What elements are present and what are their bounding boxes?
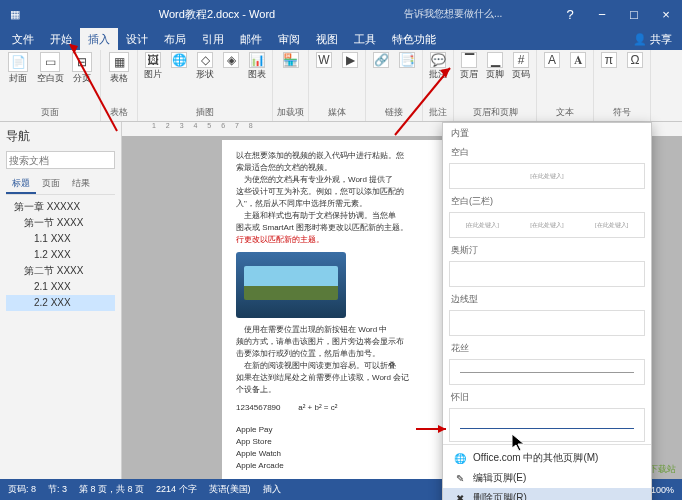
edit-icon: ✎	[453, 473, 467, 484]
footer-thumb-blank3[interactable]: [在此处键入][在此处键入][在此处键入]	[449, 212, 645, 238]
nav-item[interactable]: 第二节 XXXX	[6, 263, 115, 279]
window-title: Word教程2.docx - Word	[30, 7, 404, 22]
tab-references[interactable]: 引用	[194, 28, 232, 50]
gallery-label-ribbon: 怀旧	[443, 387, 651, 406]
ribbon-group-symbols: 符号	[613, 106, 631, 119]
document-image[interactable]	[236, 252, 346, 318]
window-close[interactable]: ×	[650, 7, 682, 22]
share-button[interactable]: 👤 共享	[623, 32, 682, 47]
gallery-section-builtin: 内置	[443, 123, 651, 142]
status-insert: 插入	[263, 483, 281, 496]
tell-me-search[interactable]: 告诉我您想要做什么...	[404, 7, 554, 21]
nav-tab-results[interactable]: 结果	[66, 175, 96, 194]
delete-icon: ✖	[453, 493, 467, 501]
window-minimize[interactable]: −	[586, 7, 618, 22]
gallery-label-blank3: 空白(三栏)	[443, 191, 651, 210]
status-section: 节: 3	[48, 483, 67, 496]
nav-tab-pages[interactable]: 页面	[36, 175, 66, 194]
table-button[interactable]: ▦表格	[105, 52, 133, 85]
tab-design[interactable]: 设计	[118, 28, 156, 50]
footer-thumb-edge[interactable]	[449, 310, 645, 336]
status-language[interactable]: 英语(美国)	[209, 483, 251, 496]
footer-thumb-austin[interactable]	[449, 261, 645, 287]
tab-insert[interactable]: 插入	[80, 28, 118, 50]
ribbon-group-links: 链接	[385, 106, 403, 119]
ribbon-group-tables: 表格	[110, 106, 128, 119]
gallery-label-flower: 花丝	[443, 338, 651, 357]
bookmark-button[interactable]: 📑	[396, 52, 418, 68]
chart-button[interactable]: 📊图表	[246, 52, 268, 81]
wordart-button[interactable]: 𝐀	[567, 52, 589, 68]
comment-button[interactable]: 💬批注	[427, 52, 449, 81]
zoom-level[interactable]: 100%	[651, 485, 674, 495]
page-number-button[interactable]: #页码	[510, 52, 532, 81]
tab-mailings[interactable]: 邮件	[232, 28, 270, 50]
shapes-button[interactable]: ◇形状	[194, 52, 216, 81]
ribbon-group-media: 媒体	[328, 106, 346, 119]
blank-page-button[interactable]: ▭空白页	[36, 52, 64, 85]
status-words[interactable]: 2214 个字	[156, 483, 197, 496]
tab-layout[interactable]: 布局	[156, 28, 194, 50]
tab-review[interactable]: 审阅	[270, 28, 308, 50]
nav-search-input[interactable]	[6, 151, 115, 169]
nav-tree: 第一章 XXXXX 第一节 XXXX 1.1 XXX 1.2 XXX 第二节 X…	[6, 199, 115, 311]
nav-item[interactable]: 1.2 XXX	[6, 247, 115, 263]
window-maximize[interactable]: □	[618, 7, 650, 22]
tab-view[interactable]: 视图	[308, 28, 346, 50]
ribbon-group-pages: 页面	[41, 106, 59, 119]
nav-item[interactable]: 第一节 XXXX	[6, 215, 115, 231]
online-pictures-button[interactable]: 🌐	[168, 52, 190, 68]
tab-tools[interactable]: 工具	[346, 28, 384, 50]
svg-marker-6	[512, 434, 524, 451]
ribbon-group-text: 文本	[556, 106, 574, 119]
more-footers-office[interactable]: 🌐Office.com 中的其他页脚(M)	[443, 448, 651, 468]
footer-thumb-flower[interactable]	[449, 359, 645, 385]
store-button[interactable]: 🏪	[280, 52, 302, 68]
window-help-icon[interactable]: ?	[554, 7, 586, 22]
footer-thumb-blank[interactable]: [在此处键入]	[449, 163, 645, 189]
gallery-label-blank: 空白	[443, 142, 651, 161]
nav-title: 导航	[6, 128, 115, 145]
footer-button[interactable]: ▁页脚	[484, 52, 506, 81]
ribbon-group-addins: 加载项	[277, 106, 304, 119]
remove-footer-menuitem[interactable]: ✖删除页脚(R)	[443, 488, 651, 500]
tab-special[interactable]: 特色功能	[384, 28, 444, 50]
online-video-button[interactable]: ▶	[339, 52, 361, 68]
ribbon-group-headerfooter: 页眉和页脚	[473, 106, 518, 119]
header-button[interactable]: ▔页眉	[458, 52, 480, 81]
textbox-button[interactable]: A	[541, 52, 563, 68]
nav-item-selected[interactable]: 2.2 XXX	[6, 295, 115, 311]
gallery-label-austin: 奥斯汀	[443, 240, 651, 259]
symbol-button[interactable]: Ω	[624, 52, 646, 68]
nav-item[interactable]: 第一章 XXXXX	[6, 199, 115, 215]
nav-item[interactable]: 2.1 XXX	[6, 279, 115, 295]
footer-gallery: 内置 空白 [在此处键入] 空白(三栏) [在此处键入][在此处键入][在此处键…	[442, 122, 652, 500]
tab-file[interactable]: 文件	[4, 28, 42, 50]
link-button[interactable]: 🔗	[370, 52, 392, 68]
tab-home[interactable]: 开始	[42, 28, 80, 50]
globe-icon: 🌐	[453, 453, 467, 464]
wikipedia-button[interactable]: W	[313, 52, 335, 68]
status-pages[interactable]: 第 8 页，共 8 页	[79, 483, 144, 496]
app-icon: ▦	[0, 8, 30, 21]
gallery-label-edge: 边线型	[443, 289, 651, 308]
equation-button[interactable]: π	[598, 52, 620, 68]
cover-page-button[interactable]: 📄封面	[4, 52, 32, 85]
status-page[interactable]: 页码: 8	[8, 483, 36, 496]
footer-thumb-ribbon[interactable]	[449, 408, 645, 442]
page-break-button[interactable]: ⊟分页	[68, 52, 96, 85]
ribbon-group-comments: 批注	[429, 106, 447, 119]
smartart-button[interactable]: ◈	[220, 52, 242, 68]
nav-tab-headings[interactable]: 标题	[6, 175, 36, 194]
edit-footer-menuitem[interactable]: ✎编辑页脚(E)	[443, 468, 651, 488]
picture-button[interactable]: 🖼图片	[142, 52, 164, 81]
cursor-icon	[512, 434, 526, 452]
ribbon-group-illus: 插图	[196, 106, 214, 119]
nav-item[interactable]: 1.1 XXX	[6, 231, 115, 247]
